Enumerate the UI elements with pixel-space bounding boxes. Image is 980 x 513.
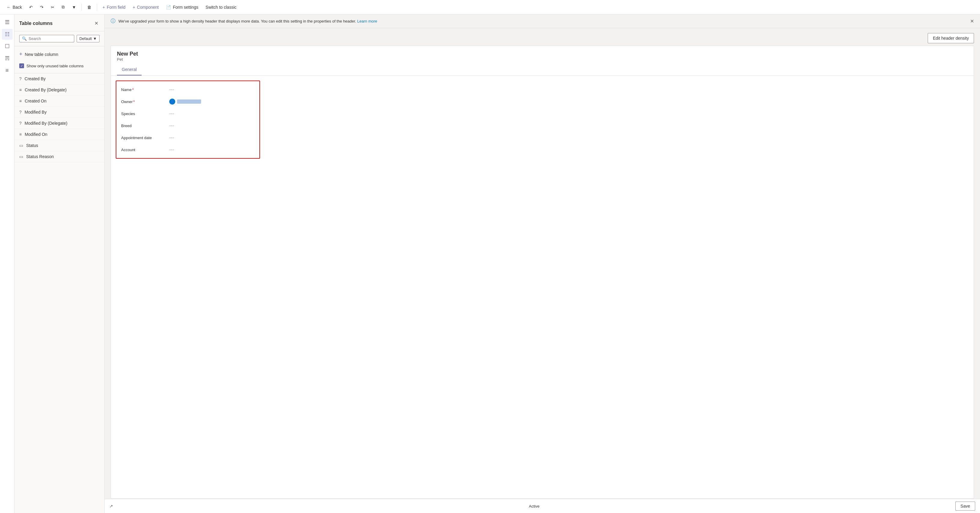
- delete-icon: 🗑: [87, 5, 91, 10]
- field-value-account: ---: [169, 147, 174, 152]
- more-button[interactable]: ▼: [69, 3, 79, 11]
- form-record-type: Pet: [117, 57, 968, 62]
- data-icon[interactable]: ≡: [2, 65, 13, 76]
- delete-button[interactable]: 🗑: [84, 3, 94, 11]
- table-columns-panel: Table columns ✕ 🔍 Default ▼ + New table …: [14, 14, 105, 513]
- back-label: Back: [13, 5, 22, 10]
- field-label-name: Name*: [121, 87, 169, 92]
- new-table-column-button[interactable]: + New table column: [19, 49, 100, 60]
- banner-close-button[interactable]: ✕: [970, 18, 974, 24]
- hamburger-menu-icon[interactable]: ☰: [2, 17, 13, 28]
- form-field-button[interactable]: + Form field: [100, 3, 128, 11]
- form-field-row-species[interactable]: Species ---: [116, 108, 259, 120]
- panel-close-button[interactable]: ✕: [93, 19, 100, 27]
- field-label-appointment-date: Appointment date: [121, 135, 169, 140]
- required-marker: *: [132, 87, 134, 92]
- learn-more-link[interactable]: Learn more: [357, 19, 377, 24]
- form-settings-label: Form settings: [173, 5, 199, 10]
- form-field-row-appointment-date[interactable]: Appointment date ---: [116, 132, 259, 144]
- chevron-down-icon-2: ▼: [93, 37, 97, 41]
- form-section-wrapper: Name* --- Owner* 👤 Species --- Breed ---…: [111, 76, 974, 164]
- toolbar-divider-2: [97, 3, 97, 11]
- column-label-modified-by: Modified By: [25, 110, 46, 114]
- form-field-row-name[interactable]: Name* ---: [116, 84, 259, 95]
- column-label-created-on: Created On: [25, 98, 46, 103]
- owner-value-blur: [177, 100, 201, 104]
- form-field-row-account[interactable]: Account ---: [116, 144, 259, 156]
- column-icon-modified-by-delegate: ?: [19, 121, 22, 125]
- redo-button[interactable]: ↷: [37, 3, 46, 11]
- column-item-modified-by-delegate[interactable]: ? Modified By (Delegate): [14, 118, 104, 129]
- bottom-bar: ↗ Active Save: [105, 499, 980, 513]
- edit-header-density-button[interactable]: Edit header density: [928, 33, 974, 43]
- form-settings-button[interactable]: 📄 Form settings: [163, 3, 201, 11]
- form-field-row-breed[interactable]: Breed ---: [116, 120, 259, 132]
- column-icon-modified-on: ≡: [19, 132, 22, 137]
- show-unused-checkbox[interactable]: [19, 64, 24, 68]
- back-button[interactable]: ← Back: [3, 3, 25, 11]
- components-icon[interactable]: ☐: [2, 41, 13, 52]
- search-input[interactable]: [29, 37, 72, 41]
- column-icon-created-on: ≡: [19, 98, 22, 103]
- main-layout: ☰ ☷ ☐ ☴ ≡ Table columns ✕ 🔍 Default ▼ + …: [0, 14, 980, 513]
- column-list: ? Created By ≡ Created By (Delegate) ≡ C…: [14, 73, 104, 513]
- column-label-modified-on: Modified On: [25, 132, 47, 137]
- cut-button[interactable]: ✂: [48, 3, 57, 11]
- search-box: 🔍: [19, 35, 74, 42]
- filter-label: Default: [80, 37, 92, 41]
- column-icon-created-by-delegate: ≡: [19, 87, 22, 92]
- side-icon-rail: ☰ ☷ ☐ ☴ ≡: [0, 14, 14, 513]
- plus-icon-2: +: [132, 5, 135, 10]
- show-unused-checkbox-row: Show only unused table columns: [19, 61, 100, 71]
- column-icon-status: ▭: [19, 143, 23, 148]
- search-container: 🔍 Default ▼: [14, 31, 104, 46]
- form-field-row-owner[interactable]: Owner* 👤: [116, 95, 259, 108]
- field-value-breed: ---: [169, 123, 174, 128]
- form-section: Name* --- Owner* 👤 Species --- Breed ---…: [116, 81, 260, 159]
- toolbar: ← Back ↶ ↷ ✂ ⧉ ▼ 🗑 + Form field + Compon…: [0, 0, 980, 14]
- plus-circle-icon: +: [19, 51, 22, 57]
- column-item-created-by-delegate[interactable]: ≡ Created By (Delegate): [14, 84, 104, 95]
- columns-icon[interactable]: ☷: [2, 29, 13, 40]
- info-icon: ⓘ: [111, 18, 115, 24]
- component-button[interactable]: + Component: [130, 3, 162, 11]
- column-item-status[interactable]: ▭ Status: [14, 140, 104, 151]
- search-icon: 🔍: [22, 37, 27, 41]
- tab-general[interactable]: General: [117, 64, 142, 75]
- filter-dropdown[interactable]: Default ▼: [76, 35, 100, 42]
- panel-actions: + New table column Show only unused tabl…: [14, 46, 104, 73]
- owner-avatar: 👤: [169, 98, 175, 105]
- column-icon-status-reason: ▭: [19, 154, 23, 159]
- form-settings-icon: 📄: [166, 5, 171, 10]
- column-label-status-reason: Status Reason: [26, 154, 54, 159]
- column-label-created-by-delegate: Created By (Delegate): [25, 87, 67, 92]
- panel-title: Table columns: [19, 21, 52, 26]
- switch-classic-button[interactable]: Switch to classic: [203, 3, 240, 11]
- column-label-created-by: Created By: [25, 76, 46, 81]
- column-item-modified-by[interactable]: ? Modified By: [14, 107, 104, 118]
- required-marker: *: [133, 100, 135, 104]
- copy-icon: ⧉: [62, 5, 65, 10]
- undo-button[interactable]: ↶: [26, 3, 36, 11]
- form-tabs: General: [111, 64, 974, 76]
- field-label-breed: Breed: [121, 124, 169, 128]
- save-button[interactable]: Save: [955, 502, 975, 511]
- back-arrow-icon: ←: [6, 5, 11, 10]
- resize-handle[interactable]: [972, 46, 974, 498]
- field-value-species: ---: [169, 111, 174, 116]
- field-label-account: Account: [121, 148, 169, 152]
- column-item-modified-on[interactable]: ≡ Modified On: [14, 129, 104, 140]
- column-item-status-reason[interactable]: ▭ Status Reason: [14, 151, 104, 162]
- toolbar-divider: [81, 3, 82, 11]
- info-banner-text: We've upgraded your form to show a high …: [118, 19, 356, 24]
- cut-icon: ✂: [51, 5, 54, 10]
- expand-icon[interactable]: ↗: [110, 504, 113, 508]
- copy-button[interactable]: ⧉: [59, 3, 68, 11]
- column-item-created-on[interactable]: ≡ Created On: [14, 95, 104, 107]
- layers-icon[interactable]: ☴: [2, 53, 13, 64]
- column-label-modified-by-delegate: Modified By (Delegate): [25, 121, 67, 125]
- form-canvas: New Pet Pet General Name* --- Owner* 👤: [105, 46, 980, 499]
- field-label-owner: Owner*: [121, 100, 169, 104]
- column-item-created-by[interactable]: ? Created By: [14, 73, 104, 84]
- info-banner: ⓘ We've upgraded your form to show a hig…: [105, 14, 980, 28]
